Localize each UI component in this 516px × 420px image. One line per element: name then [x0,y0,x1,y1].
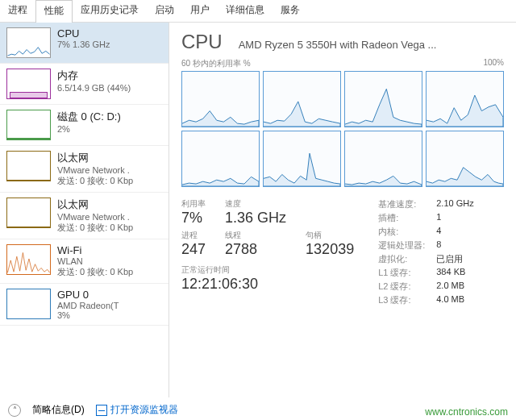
core-chart-0 [181,71,260,127]
sidebar-mem-sub: 6.5/14.9 GB (44%) [57,83,162,93]
tab-performance[interactable]: 性能 [35,0,73,23]
uptime-label: 正常运行时间 [181,264,354,276]
sidebar-eth1-title: 以太网 [57,151,162,165]
core-chart-7 [426,131,504,187]
detail-title: CPU [181,31,223,53]
stat-speed-value: 1.36 GHz [225,210,286,227]
stat-thread-label: 线程 [225,230,286,241]
sidebar-item-ethernet-2[interactable]: 以太网 VMware Network . 发送: 0 接收: 0 Kbp [0,193,169,239]
cores-label: 内核: [378,226,425,238]
sidebar-gpu-sub2: 3% [57,310,162,320]
ethernet-thumb-icon [6,151,51,181]
ethernet-thumb-icon [6,198,51,228]
sidebar-disk-title: 磁盘 0 (C: D:) [57,110,162,124]
core-charts [181,71,504,187]
footer-bar: ˄ 简略信息(D) 打开资源监视器 [8,403,178,417]
sockets-label: 插槽: [378,212,425,224]
sidebar-item-disk[interactable]: 磁盘 0 (C: D:) 2% [0,105,169,146]
base-speed-label: 基准速度: [378,198,425,210]
tab-processes[interactable]: 进程 [0,0,35,22]
sockets-value: 1 [436,212,473,224]
sidebar-eth1-sub2: 发送: 0 接收: 0 Kbp [57,175,162,187]
uptime-value: 12:21:06:30 [181,276,354,293]
stats-area: 利用率7% 速度1.36 GHz 进程247 线程2788 句柄132039 正… [181,198,504,306]
sidebar-mem-title: 内存 [57,69,162,83]
core-chart-6 [344,131,422,187]
l1-label: L1 缓存: [378,267,425,279]
stat-handle-label: 句柄 [306,230,354,241]
sidebar-eth2-title: 以太网 [57,198,162,212]
monitor-icon [96,405,107,416]
core-chart-3 [426,71,504,127]
sidebar-item-cpu[interactable]: CPU 7% 1.36 GHz [0,23,169,64]
virt-label: 虚拟化: [378,253,425,265]
detail-panel: CPU AMD Ryzen 5 3550H with Radeon Vega .… [169,23,516,397]
sidebar: CPU 7% 1.36 GHz 内存 6.5/14.9 GB (44%) 磁盘 … [0,23,169,397]
chart-label-left: 60 秒内的利用率 % [181,58,251,69]
watermark: www.cntronics.com [425,406,508,418]
stats-right: 基准速度:2.10 GHz 插槽:1 内核:4 逻辑处理器:8 虚拟化:已启用 … [378,198,474,306]
sidebar-eth2-sub2: 发送: 0 接收: 0 Kbp [57,222,162,234]
tab-app-history[interactable]: 应用历史记录 [73,0,147,22]
chart-label-right: 100% [483,58,504,69]
tab-details[interactable]: 详细信息 [218,0,273,22]
resource-monitor-link[interactable]: 打开资源监视器 [96,403,178,417]
l2-value: 2.0 MB [436,281,473,293]
virt-value: 已启用 [436,253,473,265]
stat-proc-value: 247 [181,241,206,258]
cpu-thumb-icon [6,27,51,58]
logical-label: 逻辑处理器: [378,239,425,252]
core-chart-1 [263,71,341,127]
tab-bar: 进程 性能 应用历史记录 启动 用户 详细信息 服务 [0,0,516,23]
sidebar-disk-sub: 2% [57,124,162,134]
sidebar-item-ethernet-1[interactable]: 以太网 VMware Network . 发送: 0 接收: 0 Kbp [0,146,169,193]
tab-users[interactable]: 用户 [182,0,218,22]
sidebar-eth1-sub: VMware Network . [57,165,162,175]
sidebar-cpu-sub: 7% 1.36 GHz [57,40,162,49]
memory-thumb-icon [6,69,51,99]
l3-value: 4.0 MB [436,294,473,306]
l1-value: 384 KB [436,267,473,279]
tab-services[interactable]: 服务 [273,0,308,22]
core-chart-4 [181,131,260,187]
chevron-up-icon[interactable]: ˄ [8,404,21,417]
sidebar-wifi-title: Wi-Fi [57,244,162,256]
base-speed-value: 2.10 GHz [436,198,473,210]
brief-info-link[interactable]: 简略信息(D) [32,403,85,417]
l2-label: L2 缓存: [378,281,425,293]
tab-startup[interactable]: 启动 [147,0,182,22]
stat-handle-value: 132039 [306,241,354,258]
disk-thumb-icon [6,110,51,140]
stat-proc-label: 进程 [181,230,206,241]
sidebar-wifi-sub: WLAN [57,256,162,266]
sidebar-item-wifi[interactable]: Wi-Fi WLAN 发送: 0 接收: 0 Kbp [0,239,169,284]
logical-value: 8 [436,239,473,252]
resource-monitor-label: 打开资源监视器 [110,403,178,417]
sidebar-item-gpu[interactable]: GPU 0 AMD Radeon(T 3% [0,284,169,326]
sidebar-wifi-sub2: 发送: 0 接收: 0 Kbp [57,266,162,278]
core-chart-5 [263,131,341,187]
core-chart-2 [344,71,422,127]
stat-thread-value: 2788 [225,241,286,258]
cores-value: 4 [436,226,473,238]
sidebar-eth2-sub: VMware Network . [57,212,162,222]
l3-label: L3 缓存: [378,294,425,306]
gpu-thumb-icon [6,289,51,319]
stat-util-value: 7% [181,210,206,227]
detail-model: AMD Ryzen 5 3550H with Radeon Vega ... [239,39,437,51]
main-area: CPU 7% 1.36 GHz 内存 6.5/14.9 GB (44%) 磁盘 … [0,23,516,397]
stat-speed-label: 速度 [225,198,286,210]
stat-util-label: 利用率 [181,198,206,210]
stats-main: 利用率7% 速度1.36 GHz 进程247 线程2788 句柄132039 [181,198,354,258]
wifi-thumb-icon [6,244,51,275]
sidebar-gpu-sub: AMD Radeon(T [57,301,162,310]
sidebar-gpu-title: GPU 0 [57,289,162,301]
sidebar-item-memory[interactable]: 内存 6.5/14.9 GB (44%) [0,64,169,105]
sidebar-cpu-title: CPU [57,27,162,40]
